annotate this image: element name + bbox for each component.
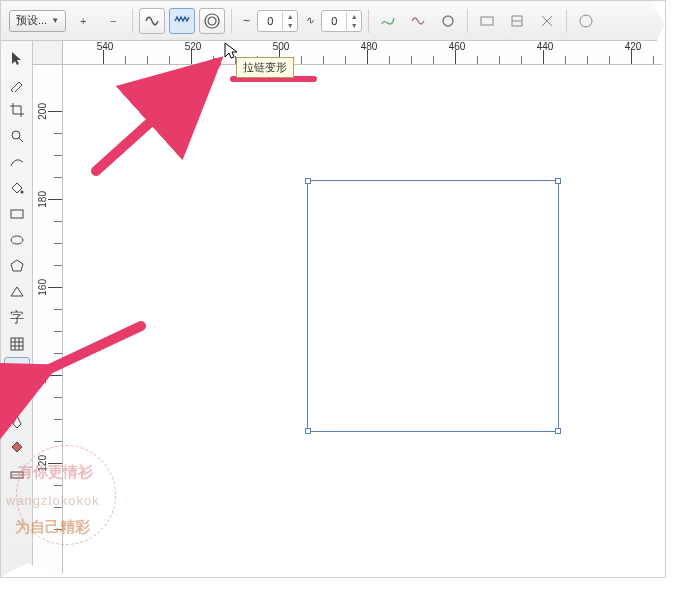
pen-nib-icon [9, 414, 25, 430]
zoom-tool[interactable] [4, 123, 30, 149]
rectangle-icon [9, 206, 25, 222]
smooth-distort-button[interactable] [405, 8, 431, 34]
spinner-down-icon[interactable]: ▼ [347, 21, 361, 30]
presets-label: 预设... [16, 13, 47, 28]
zipper-distort-icon [173, 12, 191, 30]
separator [566, 9, 567, 33]
option-d-icon [577, 12, 595, 30]
freehand-tool[interactable] [4, 149, 30, 175]
crop-tool[interactable] [4, 97, 30, 123]
text-icon: 字 [10, 309, 24, 327]
freehand-icon [9, 154, 25, 170]
fill-tool[interactable] [4, 435, 30, 461]
random-distort-button[interactable] [375, 8, 401, 34]
option-d-button[interactable] [573, 8, 599, 34]
push-pull-distort-button[interactable] [139, 8, 165, 34]
smooth-icon [409, 12, 427, 30]
local-distort-button[interactable] [435, 8, 461, 34]
handle-top-right[interactable] [555, 178, 561, 184]
handle-bottom-right[interactable] [555, 428, 561, 434]
interactive-fill-icon [9, 466, 25, 482]
table-tool[interactable] [4, 331, 30, 357]
separator [368, 9, 369, 33]
interactive-distort-tool[interactable] [4, 357, 30, 383]
frequency-value: 0 [322, 15, 346, 27]
handle-top-left[interactable] [305, 178, 311, 184]
interactive-fill-tool[interactable] [4, 461, 30, 487]
pick-tool[interactable] [4, 45, 30, 71]
separator [467, 9, 468, 33]
frequency-spinner[interactable]: 0 ▲▼ [321, 10, 362, 32]
chevron-down-icon: ▼ [51, 16, 59, 25]
option-c-button[interactable] [534, 8, 560, 34]
basic-shapes-tool[interactable] [4, 279, 30, 305]
bucket-icon [9, 180, 25, 196]
svg-point-2 [580, 15, 592, 27]
table-icon [9, 336, 25, 352]
basic-shapes-icon [9, 284, 25, 300]
tooltip-text: 拉链变形 [243, 61, 287, 73]
magnifier-icon [9, 128, 25, 144]
svg-rect-1 [481, 17, 493, 25]
plus-icon: + [80, 15, 86, 27]
eyedropper-tool[interactable] [4, 383, 30, 409]
shape-edit-icon [9, 76, 25, 92]
app-window: 预设... ▼ + − ∼ 0 ▲▼ ∿ 0 ▲▼ [0, 0, 666, 578]
zipper-distort-button[interactable] [169, 8, 195, 34]
vertical-ruler[interactable]: 200180160140120 [33, 65, 63, 577]
spinner-up-icon[interactable]: ▲ [283, 12, 297, 21]
tooltip: 拉链变形 [236, 57, 294, 78]
horizontal-ruler[interactable]: 540520500480460440420 [63, 41, 665, 65]
ellipse-tool[interactable] [4, 227, 30, 253]
svg-rect-7 [11, 338, 23, 350]
arrow-cursor-icon [9, 50, 25, 66]
add-preset-button[interactable]: + [70, 8, 96, 34]
svg-point-0 [443, 16, 453, 26]
rectangle-tool[interactable] [4, 201, 30, 227]
local-icon [439, 12, 457, 30]
smart-fill-tool[interactable] [4, 175, 30, 201]
crop-icon [9, 102, 25, 118]
svg-point-4 [20, 191, 23, 194]
presets-dropdown[interactable]: 预设... ▼ [9, 10, 66, 32]
eyedropper-icon [9, 388, 25, 404]
twister-distort-icon [203, 12, 221, 30]
svg-point-3 [12, 131, 20, 139]
amplitude-icon: ∼ [241, 14, 250, 27]
outline-tool[interactable] [4, 409, 30, 435]
option-a-button[interactable] [474, 8, 500, 34]
svg-rect-5 [11, 210, 23, 218]
polygon-icon [9, 258, 25, 274]
push-pull-distort-icon [143, 12, 161, 30]
amplitude-value: 0 [258, 15, 282, 27]
polygon-tool[interactable] [4, 253, 30, 279]
selected-rectangle-shape[interactable] [307, 180, 559, 432]
twister-distort-button[interactable] [199, 8, 225, 34]
drawing-canvas[interactable] [63, 65, 665, 577]
fill-icon [9, 440, 25, 456]
property-bar: 预设... ▼ + − ∼ 0 ▲▼ ∿ 0 ▲▼ [1, 1, 665, 41]
minus-icon: − [110, 15, 116, 27]
svg-point-6 [11, 236, 23, 244]
handle-bottom-left[interactable] [305, 428, 311, 434]
option-c-icon [538, 12, 556, 30]
separator [132, 9, 133, 33]
frequency-icon: ∿ [305, 14, 314, 27]
text-tool[interactable]: 字 [4, 305, 30, 331]
spinner-up-icon[interactable]: ▲ [347, 12, 361, 21]
amplitude-spinner[interactable]: 0 ▲▼ [257, 10, 298, 32]
option-b-icon [508, 12, 526, 30]
toolbox: 字 [1, 41, 33, 577]
distort-tool-icon [8, 361, 26, 379]
shape-tool[interactable] [4, 71, 30, 97]
remove-preset-button[interactable]: − [100, 8, 126, 34]
random-icon [379, 12, 397, 30]
option-b-button[interactable] [504, 8, 530, 34]
ruler-origin[interactable] [33, 41, 63, 65]
ellipse-icon [9, 232, 25, 248]
option-a-icon [478, 12, 496, 30]
spinner-down-icon[interactable]: ▼ [283, 21, 297, 30]
separator [231, 9, 232, 33]
